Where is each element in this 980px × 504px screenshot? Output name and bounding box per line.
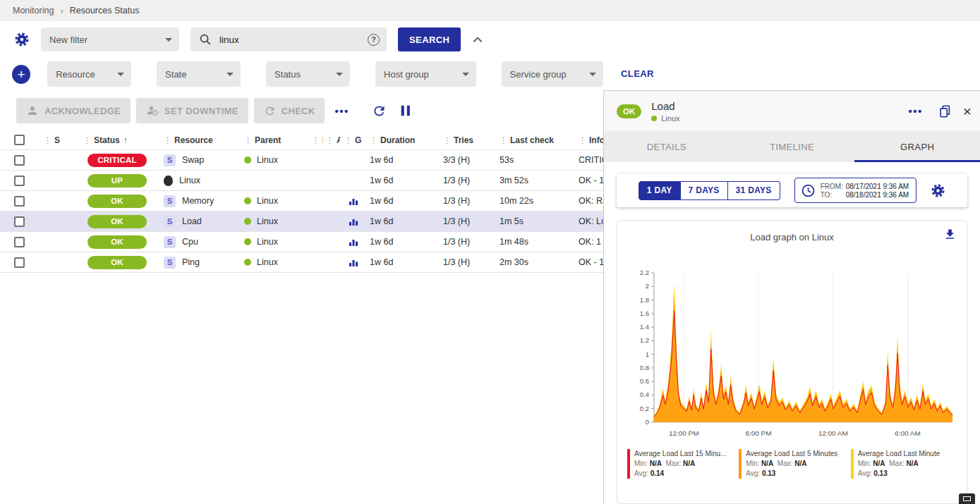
svg-text:1.4: 1.4 bbox=[640, 323, 649, 331]
duration-cell: 1w 6d bbox=[364, 155, 439, 165]
refresh-icon bbox=[264, 105, 276, 117]
resource-name: Cpu bbox=[182, 237, 198, 247]
parent-cell: Linux bbox=[234, 155, 305, 165]
row-checkbox[interactable] bbox=[14, 257, 25, 268]
resource-cell[interactable]: Linux bbox=[150, 176, 234, 186]
column-header-parent[interactable]: Parent bbox=[234, 135, 305, 145]
graph-icon[interactable] bbox=[349, 237, 358, 247]
breadcrumb-item-monitoring[interactable]: Monitoring bbox=[13, 6, 54, 16]
panel-more-actions-icon[interactable]: ••• bbox=[904, 105, 926, 117]
resources-list-pane: New filter ? SEARCH + Resource bbox=[0, 21, 603, 504]
saved-filter-select[interactable]: New filter bbox=[41, 27, 179, 51]
parent-name: Linux bbox=[257, 257, 278, 267]
load-chart[interactable]: 00.20.40.60.811.21.41.61.822.212:00 PM6:… bbox=[626, 264, 958, 442]
column-header-resource[interactable]: Resource bbox=[150, 135, 234, 145]
table-row[interactable]: UPLinux1w 6d1/3 (H)3m 52sOK - 10 bbox=[0, 171, 603, 191]
check-button[interactable]: CHECK bbox=[254, 98, 325, 123]
row-checkbox[interactable] bbox=[14, 237, 25, 247]
resource-name: Load bbox=[182, 216, 202, 226]
close-panel-icon[interactable]: × bbox=[963, 104, 972, 118]
copy-link-icon[interactable] bbox=[938, 104, 952, 118]
row-checkbox[interactable] bbox=[14, 155, 25, 166]
plus-icon: + bbox=[18, 68, 25, 81]
resource-cell[interactable]: SMemory bbox=[150, 195, 234, 207]
drag-handle-icon bbox=[312, 135, 322, 145]
search-help-icon[interactable]: ? bbox=[368, 34, 380, 46]
resource-cell[interactable]: SLoad bbox=[150, 216, 234, 228]
parent-status-dot bbox=[244, 156, 251, 164]
search-input[interactable] bbox=[218, 34, 361, 46]
column-header-tries[interactable]: Tries bbox=[439, 135, 495, 145]
row-checkbox[interactable] bbox=[14, 216, 25, 227]
graph-cell bbox=[340, 196, 364, 206]
graph-icon[interactable] bbox=[349, 196, 358, 206]
criteria-select-resource[interactable]: Resource bbox=[47, 61, 131, 87]
refresh-list-icon[interactable] bbox=[372, 104, 387, 118]
criteria-select-state[interactable]: State bbox=[157, 61, 241, 87]
column-header-status[interactable]: Status↑ bbox=[66, 135, 150, 145]
row-checkbox[interactable] bbox=[14, 196, 25, 207]
more-actions-icon[interactable]: ••• bbox=[330, 105, 353, 117]
column-header-severity[interactable]: S bbox=[34, 135, 66, 145]
legend-item[interactable]: Average Load Last MinuteMin: N/A Max: N/… bbox=[851, 449, 957, 479]
breadcrumb-item-current: Resources Status bbox=[70, 6, 140, 16]
export-graph-icon[interactable] bbox=[943, 228, 957, 241]
panel-title: Load bbox=[651, 100, 894, 112]
acknowledge-button[interactable]: ACKNOWLEDGE bbox=[16, 98, 131, 123]
sort-asc-icon[interactable]: ↑ bbox=[123, 135, 128, 145]
select-all-checkbox[interactable] bbox=[14, 135, 25, 145]
legend-minmax: Min: N/A Max: N/A bbox=[746, 460, 837, 467]
graph-settings-gear-icon[interactable] bbox=[931, 183, 945, 198]
tab-details[interactable]: DETAILS bbox=[604, 131, 730, 162]
search-button[interactable]: SEARCH bbox=[398, 27, 461, 51]
resource-cell[interactable]: SSwap bbox=[150, 154, 234, 166]
svg-text:6:00 PM: 6:00 PM bbox=[745, 429, 771, 437]
pause-autorefresh-icon[interactable] bbox=[399, 104, 412, 117]
resource-cell[interactable]: SPing bbox=[150, 257, 234, 269]
search-box[interactable]: ? bbox=[190, 27, 387, 51]
column-header-graph[interactable]: G bbox=[340, 135, 364, 145]
column-header-last-check[interactable]: Last check bbox=[495, 135, 574, 145]
column-header-action[interactable]: A bbox=[323, 135, 340, 145]
graph-icon[interactable] bbox=[349, 216, 358, 226]
clear-filters-button[interactable]: CLEAR bbox=[621, 68, 654, 79]
table-row[interactable]: OKSCpuLinux1w 6d1/3 (H)1m 48sOK: 1 C bbox=[0, 232, 603, 252]
graph-cell bbox=[340, 216, 364, 226]
add-criteria-button[interactable]: + bbox=[12, 65, 30, 84]
parent-status-dot bbox=[244, 238, 251, 245]
custom-time-range-field[interactable]: FROM:08/17/2021 9:36 AM TO:08/18/2021 9:… bbox=[794, 178, 917, 203]
row-checkbox[interactable] bbox=[14, 176, 25, 186]
parent-name: Linux bbox=[257, 155, 278, 165]
column-header-notes[interactable]: N bbox=[305, 135, 323, 145]
tab-graph[interactable]: GRAPH bbox=[854, 131, 980, 162]
column-header-duration[interactable]: Duration bbox=[364, 135, 439, 145]
table-row[interactable]: OKSLoadLinux1w 6d1/3 (H)1m 5sOK: Loa bbox=[0, 211, 603, 232]
criteria-select-service-group[interactable]: Service group bbox=[502, 61, 603, 87]
chevron-down-icon bbox=[462, 73, 469, 76]
collapse-filters-chevron-icon[interactable] bbox=[472, 35, 483, 44]
table-row[interactable]: OKSMemoryLinux1w 6d1/3 (H)10m 22sOK: Ra bbox=[0, 191, 603, 211]
tab-timeline[interactable]: TIMELINE bbox=[730, 131, 855, 162]
time-button-7-days[interactable]: 7 DAYS bbox=[681, 181, 728, 200]
column-header-information[interactable]: Infor bbox=[574, 135, 603, 145]
table-row[interactable]: CRITICALSSwapLinux1w 6d3/3 (H)53sCRITIC bbox=[0, 150, 603, 171]
status-badge: OK bbox=[87, 215, 147, 228]
time-button-31-days[interactable]: 31 DAYS bbox=[728, 181, 780, 200]
set-downtime-button[interactable]: SET DOWNTIME bbox=[136, 98, 248, 123]
time-button-1-day[interactable]: 1 DAY bbox=[639, 181, 681, 200]
svg-text:0.2: 0.2 bbox=[640, 405, 649, 412]
legend-item[interactable]: Average Load Last 15 Minu...Min: N/A Max… bbox=[627, 449, 733, 479]
from-label: FROM: bbox=[821, 183, 846, 190]
table-row[interactable]: OKSPingLinux1w 6d1/3 (H)2m 30sOK - 10 bbox=[0, 252, 603, 273]
duration-cell: 1w 6d bbox=[364, 176, 439, 185]
tries-cell: 1/3 (H) bbox=[439, 237, 495, 247]
svg-text:6:00 AM: 6:00 AM bbox=[895, 429, 921, 437]
filter-settings-gear-icon[interactable] bbox=[14, 32, 30, 47]
graph-icon[interactable] bbox=[349, 257, 358, 267]
criteria-select-status[interactable]: Status bbox=[266, 61, 350, 87]
resource-cell[interactable]: SCpu bbox=[150, 236, 234, 248]
graph-card: Load graph on Linux 00.20.40.60.811.21.4… bbox=[617, 220, 967, 504]
corner-widget-icon[interactable] bbox=[959, 493, 975, 504]
criteria-select-host-group[interactable]: Host group bbox=[375, 61, 476, 87]
legend-item[interactable]: Average Load Last 5 MinutesMin: N/A Max:… bbox=[739, 449, 845, 479]
